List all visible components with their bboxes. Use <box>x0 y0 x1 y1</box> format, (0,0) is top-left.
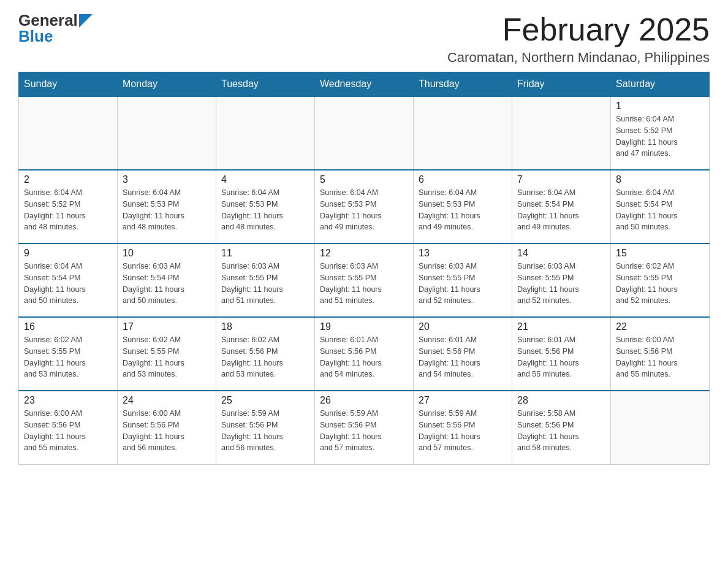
day-number-9: 9 <box>24 248 112 259</box>
day-info-26: Sunrise: 5:59 AM Sunset: 5:56 PM Dayligh… <box>320 408 408 454</box>
day-number-13: 13 <box>419 248 507 259</box>
calendar-cell-w5-d3: 26Sunrise: 5:59 AM Sunset: 5:56 PM Dayli… <box>315 391 414 464</box>
day-info-3: Sunrise: 6:04 AM Sunset: 5:53 PM Dayligh… <box>123 187 211 233</box>
header-thursday: Thursday <box>414 72 512 97</box>
calendar-cell-w3-d1: 10Sunrise: 6:03 AM Sunset: 5:54 PM Dayli… <box>118 243 216 317</box>
day-info-19: Sunrise: 6:01 AM Sunset: 5:56 PM Dayligh… <box>320 334 408 380</box>
header-tuesday: Tuesday <box>216 72 315 97</box>
location-title: Caromatan, Northern Mindanao, Philippine… <box>447 50 710 66</box>
calendar-table: Sunday Monday Tuesday Wednesday Thursday… <box>18 72 710 465</box>
week-row-5: 23Sunrise: 6:00 AM Sunset: 5:56 PM Dayli… <box>19 391 710 464</box>
day-number-23: 23 <box>24 395 112 406</box>
day-number-1: 1 <box>616 101 704 112</box>
day-info-7: Sunrise: 6:04 AM Sunset: 5:54 PM Dayligh… <box>517 187 605 233</box>
day-info-28: Sunrise: 5:58 AM Sunset: 5:56 PM Dayligh… <box>517 408 605 454</box>
day-info-15: Sunrise: 6:02 AM Sunset: 5:55 PM Dayligh… <box>616 261 704 307</box>
calendar-cell-w4-d5: 21Sunrise: 6:01 AM Sunset: 5:56 PM Dayli… <box>512 317 611 391</box>
day-info-4: Sunrise: 6:04 AM Sunset: 5:53 PM Dayligh… <box>221 187 309 233</box>
calendar-cell-w1-d0 <box>19 96 118 170</box>
calendar-cell-w5-d1: 24Sunrise: 6:00 AM Sunset: 5:56 PM Dayli… <box>118 391 216 464</box>
day-number-24: 24 <box>123 395 211 406</box>
day-number-5: 5 <box>320 174 408 185</box>
day-number-12: 12 <box>320 248 408 259</box>
calendar-cell-w1-d6: 1Sunrise: 6:04 AM Sunset: 5:52 PM Daylig… <box>611 96 710 170</box>
header-sunday: Sunday <box>19 72 118 97</box>
calendar-cell-w2-d5: 7Sunrise: 6:04 AM Sunset: 5:54 PM Daylig… <box>512 170 611 243</box>
calendar-cell-w2-d2: 4Sunrise: 6:04 AM Sunset: 5:53 PM Daylig… <box>216 170 315 243</box>
calendar-cell-w1-d2 <box>216 96 315 170</box>
day-number-10: 10 <box>123 248 211 259</box>
calendar-cell-w5-d5: 28Sunrise: 5:58 AM Sunset: 5:56 PM Dayli… <box>512 391 611 464</box>
day-info-20: Sunrise: 6:01 AM Sunset: 5:56 PM Dayligh… <box>419 334 507 380</box>
day-number-2: 2 <box>24 174 112 185</box>
calendar-cell-w1-d1 <box>118 96 216 170</box>
day-number-18: 18 <box>221 321 309 332</box>
calendar-cell-w4-d2: 18Sunrise: 6:02 AM Sunset: 5:56 PM Dayli… <box>216 317 315 391</box>
calendar-cell-w4-d0: 16Sunrise: 6:02 AM Sunset: 5:55 PM Dayli… <box>19 317 118 391</box>
day-info-12: Sunrise: 6:03 AM Sunset: 5:55 PM Dayligh… <box>320 261 408 307</box>
logo-blue-text: Blue <box>18 28 93 44</box>
day-info-10: Sunrise: 6:03 AM Sunset: 5:54 PM Dayligh… <box>123 261 211 307</box>
day-number-17: 17 <box>123 321 211 332</box>
day-number-8: 8 <box>616 174 704 185</box>
day-info-21: Sunrise: 6:01 AM Sunset: 5:56 PM Dayligh… <box>517 334 605 380</box>
day-number-20: 20 <box>419 321 507 332</box>
day-info-16: Sunrise: 6:02 AM Sunset: 5:55 PM Dayligh… <box>24 334 112 380</box>
day-info-6: Sunrise: 6:04 AM Sunset: 5:53 PM Dayligh… <box>419 187 507 233</box>
day-number-27: 27 <box>419 395 507 406</box>
logo-general-text: General <box>18 12 78 28</box>
header: General Blue February 2025 Caromatan, No… <box>18 12 710 66</box>
day-info-1: Sunrise: 6:04 AM Sunset: 5:52 PM Dayligh… <box>616 113 704 159</box>
day-info-27: Sunrise: 5:59 AM Sunset: 5:56 PM Dayligh… <box>419 408 507 454</box>
week-row-1: 1Sunrise: 6:04 AM Sunset: 5:52 PM Daylig… <box>19 96 710 170</box>
day-info-25: Sunrise: 5:59 AM Sunset: 5:56 PM Dayligh… <box>221 408 309 454</box>
day-info-11: Sunrise: 6:03 AM Sunset: 5:55 PM Dayligh… <box>221 261 309 307</box>
weekday-header-row: Sunday Monday Tuesday Wednesday Thursday… <box>19 72 710 97</box>
day-number-15: 15 <box>616 248 704 259</box>
calendar-cell-w1-d3 <box>315 96 414 170</box>
calendar-cell-w4-d3: 19Sunrise: 6:01 AM Sunset: 5:56 PM Dayli… <box>315 317 414 391</box>
header-monday: Monday <box>118 72 216 97</box>
svg-marker-0 <box>79 14 93 28</box>
calendar-cell-w4-d6: 22Sunrise: 6:00 AM Sunset: 5:56 PM Dayli… <box>611 317 710 391</box>
calendar-cell-w5-d6 <box>611 391 710 464</box>
calendar-cell-w2-d4: 6Sunrise: 6:04 AM Sunset: 5:53 PM Daylig… <box>414 170 512 243</box>
day-info-13: Sunrise: 6:03 AM Sunset: 5:55 PM Dayligh… <box>419 261 507 307</box>
day-info-8: Sunrise: 6:04 AM Sunset: 5:54 PM Dayligh… <box>616 187 704 233</box>
month-title: February 2025 <box>447 12 710 47</box>
header-wednesday: Wednesday <box>315 72 414 97</box>
day-number-28: 28 <box>517 395 605 406</box>
calendar-cell-w4-d4: 20Sunrise: 6:01 AM Sunset: 5:56 PM Dayli… <box>414 317 512 391</box>
day-info-14: Sunrise: 6:03 AM Sunset: 5:55 PM Dayligh… <box>517 261 605 307</box>
header-friday: Friday <box>512 72 611 97</box>
day-info-17: Sunrise: 6:02 AM Sunset: 5:55 PM Dayligh… <box>123 334 211 380</box>
logo: General Blue <box>18 12 93 44</box>
calendar-cell-w3-d3: 12Sunrise: 6:03 AM Sunset: 5:55 PM Dayli… <box>315 243 414 317</box>
day-number-26: 26 <box>320 395 408 406</box>
day-number-21: 21 <box>517 321 605 332</box>
calendar-cell-w3-d4: 13Sunrise: 6:03 AM Sunset: 5:55 PM Dayli… <box>414 243 512 317</box>
calendar-cell-w2-d3: 5Sunrise: 6:04 AM Sunset: 5:53 PM Daylig… <box>315 170 414 243</box>
day-info-24: Sunrise: 6:00 AM Sunset: 5:56 PM Dayligh… <box>123 408 211 454</box>
calendar-cell-w5-d2: 25Sunrise: 5:59 AM Sunset: 5:56 PM Dayli… <box>216 391 315 464</box>
day-number-6: 6 <box>419 174 507 185</box>
day-number-14: 14 <box>517 248 605 259</box>
day-info-9: Sunrise: 6:04 AM Sunset: 5:54 PM Dayligh… <box>24 261 112 307</box>
week-row-3: 9Sunrise: 6:04 AM Sunset: 5:54 PM Daylig… <box>19 243 710 317</box>
day-number-4: 4 <box>221 174 309 185</box>
day-number-3: 3 <box>123 174 211 185</box>
day-info-22: Sunrise: 6:00 AM Sunset: 5:56 PM Dayligh… <box>616 334 704 380</box>
calendar-cell-w2-d6: 8Sunrise: 6:04 AM Sunset: 5:54 PM Daylig… <box>611 170 710 243</box>
day-info-23: Sunrise: 6:00 AM Sunset: 5:56 PM Dayligh… <box>24 408 112 454</box>
day-number-22: 22 <box>616 321 704 332</box>
header-saturday: Saturday <box>611 72 710 97</box>
day-number-11: 11 <box>221 248 309 259</box>
day-info-18: Sunrise: 6:02 AM Sunset: 5:56 PM Dayligh… <box>221 334 309 380</box>
calendar-cell-w2-d0: 2Sunrise: 6:04 AM Sunset: 5:52 PM Daylig… <box>19 170 118 243</box>
calendar-cell-w5-d0: 23Sunrise: 6:00 AM Sunset: 5:56 PM Dayli… <box>19 391 118 464</box>
week-row-2: 2Sunrise: 6:04 AM Sunset: 5:52 PM Daylig… <box>19 170 710 243</box>
week-row-4: 16Sunrise: 6:02 AM Sunset: 5:55 PM Dayli… <box>19 317 710 391</box>
calendar-cell-w3-d6: 15Sunrise: 6:02 AM Sunset: 5:55 PM Dayli… <box>611 243 710 317</box>
calendar-cell-w2-d1: 3Sunrise: 6:04 AM Sunset: 5:53 PM Daylig… <box>118 170 216 243</box>
day-number-16: 16 <box>24 321 112 332</box>
